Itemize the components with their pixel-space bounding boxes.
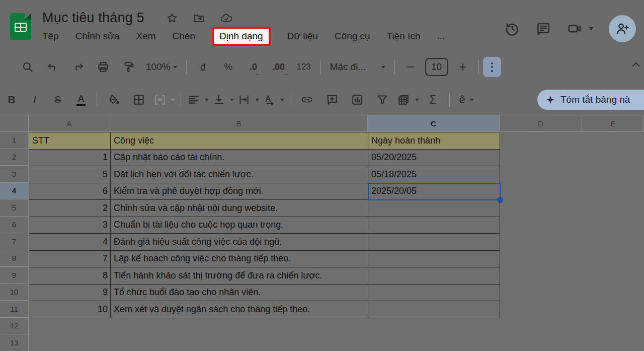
comment-history-icon[interactable]	[535, 21, 551, 37]
menu-item-cong-cu[interactable]: Công cụ	[335, 31, 370, 42]
row-header-7[interactable]: 7	[0, 233, 29, 250]
video-call-icon[interactable]	[567, 21, 583, 36]
menu-item-more[interactable]: ...	[437, 31, 445, 42]
create-filter-icon[interactable]	[370, 90, 395, 110]
share-button[interactable]	[609, 15, 636, 42]
cell[interactable]	[368, 251, 500, 268]
search-icon[interactable]	[15, 57, 40, 77]
increase-font-size-button[interactable]	[451, 57, 474, 77]
collapse-toolbar-icon[interactable]	[630, 58, 642, 73]
cloud-saved-icon[interactable]	[219, 12, 233, 24]
fill-color-icon[interactable]	[101, 90, 126, 110]
cell[interactable]: Đánh giá hiệu suất công việc của đội ngũ…	[111, 234, 368, 251]
star-icon[interactable]	[166, 12, 178, 24]
increase-decimal-button[interactable]: .00→	[266, 57, 291, 77]
video-call-caret-icon[interactable]	[589, 27, 594, 30]
column-header-e[interactable]: E	[582, 115, 644, 132]
menu-item-chinh-sua[interactable]: Chỉnh sửa	[75, 31, 120, 42]
cell[interactable]: Lập kế hoạch công việc cho tháng tiếp th…	[111, 251, 368, 268]
sheets-logo-icon[interactable]	[10, 13, 31, 40]
cell[interactable]: Cập nhật báo cáo tài chính.	[111, 150, 368, 167]
cell[interactable]: 6	[29, 183, 111, 200]
menu-item-dinh-dang-highlighted[interactable]: Định dạng	[212, 27, 271, 46]
cell[interactable]: STT	[29, 132, 111, 150]
row-header-11[interactable]: 11	[0, 301, 29, 318]
column-header-b[interactable]: B	[110, 115, 368, 132]
cell[interactable]: 3	[29, 217, 111, 234]
format-currency-button[interactable]: đ	[191, 57, 216, 77]
format-percent-button[interactable]: %	[216, 57, 241, 77]
row-header-6[interactable]: 6	[0, 217, 29, 234]
cell[interactable]	[368, 267, 500, 285]
font-family-select[interactable]: Mặc đị...	[325, 61, 390, 73]
functions-button[interactable]: Σ	[420, 90, 445, 110]
row-header-12[interactable]: 12	[0, 318, 29, 335]
more-formats-button[interactable]: 123	[291, 57, 316, 77]
cell[interactable]: 9	[29, 285, 111, 302]
input-tools-button[interactable]: ê	[454, 90, 479, 110]
cell[interactable]	[368, 217, 500, 234]
cell[interactable]: 05/18/2025	[368, 166, 500, 183]
insert-comment-icon[interactable]	[319, 90, 345, 110]
cell[interactable]	[368, 285, 500, 302]
print-icon[interactable]	[91, 57, 116, 77]
text-color-button[interactable]: A	[69, 90, 93, 110]
cell[interactable]: Chỉnh sửa và cập nhật nội dung website.	[111, 200, 368, 217]
cell[interactable]: Tiến hành khảo sát thị trường để đưa ra …	[111, 267, 368, 285]
borders-icon[interactable]	[126, 90, 151, 110]
horizontal-align-icon[interactable]	[185, 90, 210, 110]
select-all-corner[interactable]	[0, 115, 29, 132]
row-header-10[interactable]: 10	[0, 284, 29, 301]
insert-link-icon[interactable]	[294, 90, 319, 110]
column-header-d[interactable]: D	[500, 115, 582, 132]
cell[interactable]: Đặt lịch hẹn với đối tác chiến lược.	[111, 166, 368, 183]
cell[interactable]: 1	[29, 150, 111, 167]
row-header-3[interactable]: 3	[0, 166, 29, 183]
menu-item-tien-ich[interactable]: Tiện ích	[387, 31, 421, 42]
insert-table-icon[interactable]	[395, 90, 420, 110]
strikethrough-button[interactable]: S	[46, 90, 69, 110]
cell[interactable]	[368, 234, 500, 251]
cell[interactable]: Công việc	[111, 132, 368, 150]
bold-button[interactable]: B	[0, 90, 23, 110]
menu-item-xem[interactable]: Xem	[136, 31, 155, 42]
move-folder-icon[interactable]	[192, 12, 205, 24]
cell[interactable]: 2025/20/05	[368, 183, 500, 200]
menu-item-chen[interactable]: Chèn	[173, 31, 195, 42]
redo-icon[interactable]	[65, 57, 91, 77]
decrease-decimal-button[interactable]: .0←	[241, 57, 266, 77]
row-header-2[interactable]: 2	[0, 149, 29, 166]
font-size-input[interactable]: 10	[425, 58, 448, 76]
cell[interactable]: 4	[29, 234, 111, 251]
menu-item-tep[interactable]: Tệp	[42, 31, 59, 42]
row-header-9[interactable]: 9	[0, 267, 29, 284]
cell[interactable]: Tổ chức buổi đào tạo cho nhân viên.	[111, 285, 368, 302]
cell[interactable]: 7	[29, 251, 111, 268]
cell[interactable]: 10	[29, 301, 111, 318]
more-toolbar-options-button[interactable]	[483, 57, 501, 77]
italic-button[interactable]: I	[23, 90, 46, 110]
text-wrap-icon[interactable]	[235, 90, 261, 110]
cell[interactable]: Ngày hoàn thành	[368, 132, 500, 150]
row-header-5[interactable]: 5	[0, 199, 29, 217]
paint-format-icon[interactable]	[116, 57, 141, 77]
row-header-13[interactable]: 13	[0, 334, 29, 351]
row-header-1[interactable]: 1	[0, 132, 29, 149]
cell[interactable]: 5	[29, 166, 111, 183]
row-header-4[interactable]: 4	[0, 183, 29, 200]
decrease-font-size-button[interactable]	[399, 57, 422, 77]
version-history-icon[interactable]	[504, 21, 520, 37]
cell[interactable]	[368, 301, 500, 318]
insert-chart-icon[interactable]	[345, 90, 370, 110]
column-header-c[interactable]: C	[368, 115, 500, 132]
vertical-align-icon[interactable]	[210, 90, 235, 110]
text-rotation-icon[interactable]	[261, 90, 286, 110]
gemini-summarize-button[interactable]: Tóm tắt bảng nà	[537, 90, 644, 110]
zoom-control[interactable]: 100%	[141, 61, 182, 73]
cell[interactable]	[368, 200, 500, 217]
cell[interactable]: 2	[29, 200, 111, 217]
document-title[interactable]: Mục tiêu tháng 5	[42, 10, 144, 26]
cell[interactable]: Kiểm tra và phê duyệt hợp đồng mới.	[111, 183, 368, 200]
merge-cells-icon[interactable]	[151, 90, 177, 110]
cell[interactable]: 05/20/2025	[368, 150, 500, 167]
